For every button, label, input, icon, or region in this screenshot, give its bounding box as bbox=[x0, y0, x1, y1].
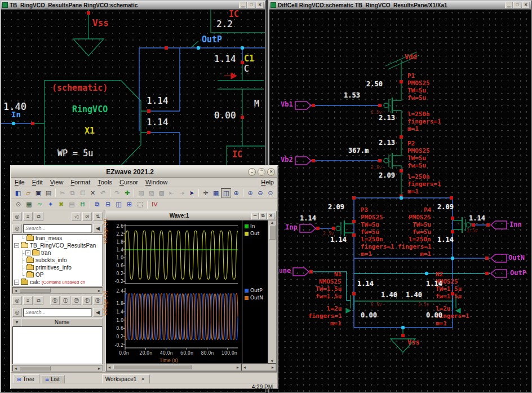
legend-item-outn[interactable]: OutN bbox=[245, 295, 263, 301]
pan-icon[interactable]: ✛ bbox=[201, 188, 211, 198]
delete-icon[interactable]: ✕ bbox=[88, 188, 98, 198]
tile-horizontal-icon[interactable]: ⊟ bbox=[103, 200, 113, 209]
legend-item-in[interactable]: In bbox=[245, 223, 259, 229]
new-window-icon[interactable]: ◧ bbox=[13, 188, 23, 198]
hierarchy-search-input[interactable] bbox=[23, 224, 92, 233]
tree-item-tran[interactable]: ├+tran bbox=[13, 249, 102, 257]
tile-grid-icon[interactable]: ⊞ bbox=[124, 200, 135, 209]
close-button[interactable]: ✕ bbox=[256, 2, 264, 8]
legend-horizontal-scrollbar[interactable]: ◄► bbox=[241, 363, 276, 371]
menu-edit[interactable]: Edit bbox=[32, 179, 43, 186]
clear-search-icon[interactable]: ◀ bbox=[93, 308, 103, 317]
schematic-canvas[interactable]: Vdd2.501.53P1PMOS25TW=5ufw=5ul=250nfinge… bbox=[269, 10, 531, 392]
menu-cursor[interactable]: Cursor bbox=[119, 179, 138, 186]
find-icon[interactable]: ◎ bbox=[12, 212, 22, 221]
zoom-in-icon[interactable]: ⊕ bbox=[231, 188, 241, 198]
clear-search-icon[interactable]: ◀ bbox=[93, 224, 103, 233]
snapshot-icon[interactable]: ▦ bbox=[24, 200, 34, 209]
duplicate-icon[interactable]: ⧉ bbox=[34, 296, 43, 305]
minimize-button[interactable]: ▁ bbox=[239, 2, 247, 8]
minimize-button[interactable]: ▁ bbox=[505, 2, 513, 8]
menu-view[interactable]: View bbox=[50, 179, 64, 186]
duplicate-icon[interactable]: ⧉ bbox=[34, 212, 43, 221]
search-icon[interactable]: ◎ bbox=[12, 308, 22, 317]
menu-help[interactable]: Help bbox=[261, 179, 274, 186]
list-horizontal-scrollbar[interactable]: ◄► bbox=[12, 365, 103, 372]
wave-vertical-scrollbar[interactable]: ▲▼ bbox=[268, 220, 276, 363]
open-icon[interactable]: ▱ bbox=[23, 188, 33, 198]
tree-item-primitives_info[interactable]: ├primitives_info bbox=[13, 264, 102, 271]
voltage-plot-upper[interactable]: Voltage (V) 2.62.21.81.41.00.60.2-0.2 bbox=[106, 222, 241, 286]
sound-icon[interactable]: ◁ bbox=[72, 212, 81, 221]
hierarchy-icon[interactable]: ≡ bbox=[23, 296, 33, 305]
menu-tools[interactable]: Tools bbox=[97, 179, 112, 186]
maximize-button[interactable]: □ bbox=[247, 2, 255, 8]
hierarchy-icon[interactable]: ≡ bbox=[23, 212, 33, 221]
save-icon[interactable]: ▣ bbox=[33, 188, 43, 198]
zoom-out-icon[interactable]: ⊖ bbox=[255, 188, 265, 198]
chart-area[interactable]: Voltage (V) 2.62.21.81.41.00.60.2-0.2 Vo… bbox=[106, 220, 276, 371]
menu-file[interactable]: File bbox=[15, 179, 25, 186]
close-tab-icon[interactable]: ✕ bbox=[141, 377, 145, 382]
close-button[interactable]: ✕ bbox=[267, 168, 275, 176]
zoom-region-icon[interactable]: ⊙ bbox=[13, 200, 24, 209]
resistance-icon[interactable]: Ⓡ bbox=[93, 296, 103, 305]
signal-list[interactable] bbox=[12, 326, 103, 364]
search-icon[interactable]: ◎ bbox=[12, 224, 22, 233]
tree-expander[interactable]: − bbox=[14, 243, 19, 248]
tree-item-calc[interactable]: −calc(Contains unsaved ch bbox=[13, 279, 102, 286]
tab-list[interactable]: ≣List bbox=[42, 375, 65, 383]
tree-item-tb_ringvco_resultspan[interactable]: −TB_RingVCO_ResultsPan bbox=[13, 242, 102, 249]
voltage-plot-lower[interactable]: Voltage (V) Time (s) 2.41.81.41.00.60.2-… bbox=[106, 286, 241, 365]
frequency-icon[interactable]: Ⓕ bbox=[82, 296, 92, 305]
iv-mode-icon[interactable]: IV bbox=[149, 200, 160, 209]
tree-expander[interactable]: + bbox=[25, 250, 30, 255]
legend-item-outp[interactable]: OutP bbox=[245, 288, 263, 293]
close-button[interactable]: ✕ bbox=[522, 2, 530, 8]
column-sort-button[interactable]: ▼ bbox=[12, 318, 21, 326]
tree-horizontal-scrollbar[interactable]: ◄► bbox=[12, 287, 103, 294]
tree-expander[interactable]: − bbox=[14, 280, 19, 285]
plot-horizontal-scrollbar[interactable]: ◄► bbox=[106, 363, 241, 371]
maximize-button[interactable]: □ bbox=[513, 2, 521, 8]
tree-item-subckts_info[interactable]: ├subckts_info bbox=[13, 257, 102, 264]
chart-mode-icon[interactable]: ≈ bbox=[34, 200, 45, 209]
minimize-button[interactable]: ─ bbox=[251, 213, 259, 219]
grid-icon[interactable]: ▦ bbox=[211, 188, 221, 198]
measure-h-icon[interactable]: H bbox=[77, 200, 88, 209]
current-icon[interactable]: Ⓘ bbox=[61, 296, 70, 305]
window-titlebar[interactable]: DiffCell RingVCO:schematic TB_RingVCO_Re… bbox=[269, 1, 531, 10]
zoom-x-icon[interactable]: ⊕ bbox=[245, 188, 255, 198]
filter-icon[interactable]: ⊘ bbox=[82, 212, 92, 221]
trace-icon[interactable]: ➤ bbox=[187, 188, 197, 198]
add-signal-icon[interactable]: ✚ bbox=[122, 188, 132, 198]
ezwave-titlebar[interactable]: EZwave 2021.2 ⌄ ⌃ ✕ bbox=[11, 166, 277, 178]
name-column-header[interactable]: Name bbox=[21, 318, 103, 326]
menu-format[interactable]: Format bbox=[70, 179, 90, 186]
signal-search-input[interactable] bbox=[23, 308, 92, 317]
tab-tree[interactable]: ⊞Tree bbox=[14, 374, 39, 383]
zoom-fit-icon[interactable]: ⊙ bbox=[265, 188, 276, 198]
minimize-button[interactable]: ⌄ bbox=[248, 168, 256, 176]
power-icon[interactable]: Ⓟ bbox=[72, 296, 81, 305]
compare-icon[interactable]: ✦ bbox=[45, 200, 56, 209]
tree-item-tran_meas[interactable]: └tran_meas bbox=[13, 235, 102, 242]
menu-window[interactable]: Window bbox=[145, 179, 167, 186]
print-icon[interactable]: ▤ bbox=[43, 188, 54, 198]
close-button[interactable]: ✕ bbox=[267, 213, 274, 219]
window-titlebar[interactable]: TB_RingVCO_ResultsPane RingVCO:schematic… bbox=[1, 1, 265, 10]
find-icon[interactable]: ◎ bbox=[12, 296, 22, 305]
tab-workspace1[interactable]: Workspace1✕ bbox=[102, 374, 150, 383]
sort-icon[interactable]: ⇅ bbox=[93, 212, 103, 221]
maximize-button[interactable]: ⌃ bbox=[258, 168, 265, 176]
cascade-icon[interactable]: ⧉ bbox=[92, 200, 103, 209]
tile-vertical-icon[interactable]: ◫ bbox=[113, 200, 124, 209]
select-region-icon[interactable]: ⬚ bbox=[135, 200, 145, 209]
wave-titlebar[interactable]: Wave:1 ─ ⧉ ✕ bbox=[106, 211, 276, 220]
tree-item-op[interactable]: └OP bbox=[13, 271, 102, 279]
legend-item-out[interactable]: Out bbox=[245, 231, 259, 236]
restore-button[interactable]: ⧉ bbox=[259, 213, 267, 219]
voltage-icon[interactable]: Ⓥ bbox=[50, 296, 60, 305]
split-view-icon[interactable]: ◫ bbox=[221, 188, 231, 198]
mixer-icon[interactable]: ✖ bbox=[56, 200, 66, 209]
